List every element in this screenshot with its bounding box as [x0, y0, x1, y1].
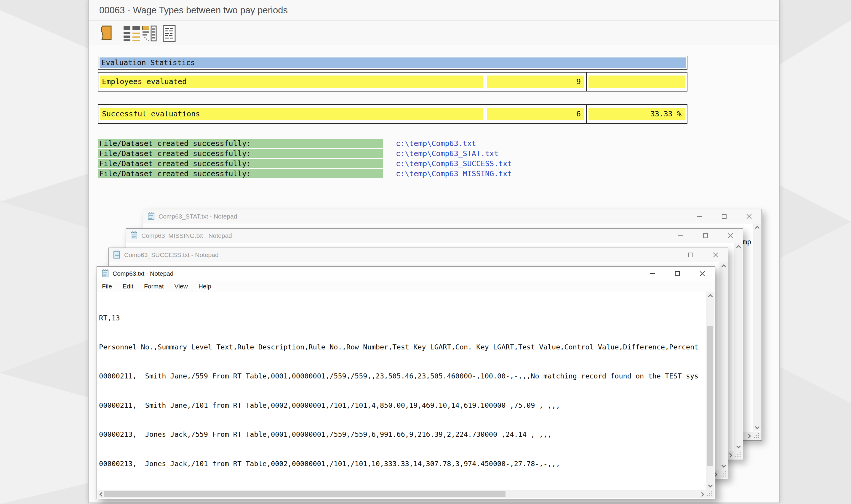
scroll-right-icon[interactable] [728, 453, 732, 457]
text-line: 00000214, James Jessie,/559 From RT Tabl… [99, 488, 706, 490]
report-list-icon[interactable] [163, 25, 176, 43]
minimize-button[interactable] [668, 229, 693, 243]
stats-row-successful: Successful evaluations 6 33.33 % [98, 104, 688, 124]
text-line: Personnel No.,Summary Level Text,Rule De… [99, 342, 706, 352]
resize-grip[interactable] [753, 432, 761, 440]
file-path-link[interactable]: c:\temp\Comp63_SUCCESS.txt [396, 159, 512, 168]
close-button[interactable] [736, 209, 762, 223]
menu-view[interactable]: View [175, 283, 188, 290]
text-line: 00000211, Smith Jane,/101 from RT Table,… [99, 401, 706, 410]
message-label: File/Dataset created successfully: [98, 149, 383, 158]
scroll-right-icon[interactable] [699, 492, 704, 497]
window-title: Comp63.txt - Notepad [112, 270, 173, 277]
stats-label: Employees evaluated [100, 75, 483, 88]
amber-book-icon[interactable] [99, 25, 113, 42]
report-titlebar: 00063 - Wage Types between two pay perio… [89, 0, 779, 21]
menu-help[interactable]: Help [198, 283, 211, 290]
menu-edit[interactable]: Edit [123, 283, 133, 290]
menu-bar: File Edit Format View Help [97, 281, 715, 292]
window-title: Comp63_SUCCESS.txt - Notepad [124, 251, 219, 258]
message-label: File/Dataset created successfully: [98, 159, 383, 168]
window-title: Comp63_MISSING.txt - Notepad [141, 232, 232, 239]
scroll-up-icon[interactable] [736, 245, 741, 250]
maximize-button[interactable] [693, 229, 718, 243]
maximize-button[interactable] [678, 248, 703, 262]
message-label: File/Dataset created successfully: [98, 139, 383, 148]
vertical-scrollbar[interactable] [734, 243, 743, 451]
resize-grip[interactable] [719, 470, 728, 479]
menu-format[interactable]: Format [144, 283, 164, 290]
stats-header-box: Evaluation Statistics [98, 56, 688, 70]
stats-percent: 33.33 % [589, 108, 685, 120]
report-toolbar [89, 21, 779, 45]
window-titlebar[interactable]: Comp63_MISSING.txt - Notepad [126, 229, 743, 243]
text-line: 00000213, Jones Jack,/101 from RT Table,… [99, 459, 706, 469]
stats-header: Evaluation Statistics [100, 57, 685, 68]
menu-file[interactable]: File [102, 283, 112, 290]
stats-label: Successful evaluations [100, 108, 483, 120]
scroll-down-icon[interactable] [736, 444, 741, 449]
message-label: File/Dataset created successfully: [98, 169, 383, 178]
notepad-icon [101, 269, 109, 278]
scroll-down-icon[interactable] [755, 425, 760, 429]
minimize-button[interactable] [653, 248, 678, 262]
maximize-button[interactable] [665, 267, 690, 281]
text-line: 00000213, Jones Jack,/559 From RT Table,… [99, 430, 706, 439]
text-line: 00000211, Smith Jane,/559 From RT Table,… [99, 371, 706, 381]
close-button[interactable] [690, 267, 715, 281]
text-caret [99, 353, 99, 360]
vertical-scrollbar[interactable] [753, 223, 761, 431]
horizontal-scrollbar[interactable] [98, 490, 706, 498]
scroll-up-icon[interactable] [708, 294, 713, 299]
file-path-link[interactable]: c:\temp\Comp63.txt [396, 139, 476, 148]
window-title: Comp63_STAT.txt - Notepad [158, 213, 237, 220]
scroll-up-icon[interactable] [755, 226, 760, 231]
notepad-icon [113, 250, 121, 260]
layout-list-icon[interactable] [124, 26, 140, 42]
maximize-button[interactable] [712, 209, 736, 223]
text-content[interactable]: RT,13 Personnel No.,Summary Level Text,R… [98, 292, 706, 490]
notepad-icon [147, 212, 155, 221]
stats-value: 9 [487, 75, 584, 88]
stats-row-employees: Employees evaluated 9 [98, 72, 688, 91]
scrollbar-thumb[interactable] [707, 326, 713, 466]
window-titlebar[interactable]: Comp63_SUCCESS.txt - Notepad [109, 248, 728, 262]
text-fragment: mp [743, 238, 751, 246]
scroll-down-icon[interactable] [708, 483, 713, 488]
notepad-window-comp63: Comp63.txt - Notepad File Edit Format Vi… [97, 266, 715, 499]
column-settings-icon[interactable] [142, 25, 157, 43]
stats-value: 6 [487, 108, 584, 120]
window-titlebar[interactable]: Comp63.txt - Notepad [97, 267, 715, 281]
file-path-link[interactable]: c:\temp\Comp63_MISSING.txt [396, 169, 512, 178]
window-titlebar[interactable]: Comp63_STAT.txt - Notepad [143, 209, 762, 223]
scroll-left-icon[interactable] [100, 492, 104, 497]
text-line: RT,13 [99, 313, 706, 323]
scrollbar-thumb[interactable] [104, 491, 505, 497]
stats-percent [589, 75, 685, 88]
notepad-icon [130, 231, 138, 241]
file-path-link[interactable]: c:\temp\Comp63_STAT.txt [396, 149, 498, 158]
close-button[interactable] [703, 248, 728, 262]
page-title: 00063 - Wage Types between two pay perio… [99, 0, 288, 21]
vertical-scrollbar[interactable] [719, 262, 728, 470]
minimize-button[interactable] [687, 209, 712, 223]
resize-grip[interactable] [706, 490, 714, 498]
scroll-up-icon[interactable] [721, 265, 726, 269]
vertical-scrollbar[interactable] [706, 292, 714, 490]
close-button[interactable] [718, 229, 743, 243]
resize-grip[interactable] [734, 451, 743, 459]
scroll-right-icon[interactable] [746, 433, 751, 438]
scroll-down-icon[interactable] [721, 463, 726, 468]
minimize-button[interactable] [640, 267, 665, 281]
